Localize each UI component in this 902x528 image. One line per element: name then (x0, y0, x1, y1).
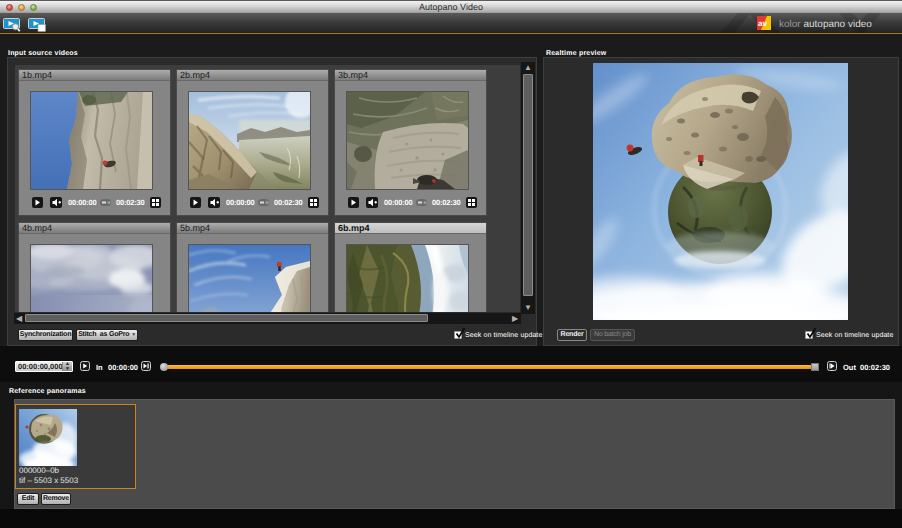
svg-text:av: av (758, 19, 767, 28)
